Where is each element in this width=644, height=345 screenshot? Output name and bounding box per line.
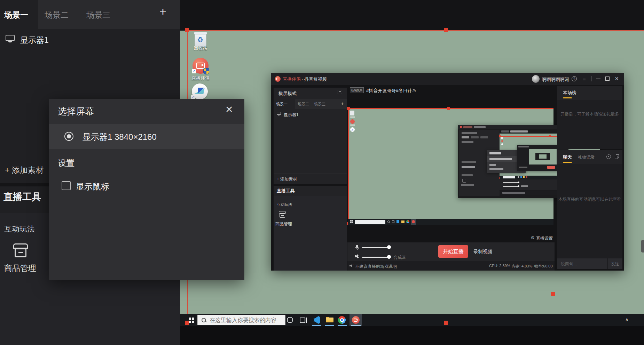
inner-tab-scene1-label: 场景一 <box>276 102 288 107</box>
add-scene-icon[interactable]: + <box>159 5 166 18</box>
preview-mini-icon-plane <box>350 127 355 132</box>
chat-tab[interactable]: 聊天 <box>563 154 572 160</box>
mic-icon[interactable] <box>355 245 359 250</box>
radio-selected-icon[interactable] <box>64 132 73 141</box>
dialog-close-icon[interactable]: ✕ <box>225 104 233 115</box>
interactive-item[interactable]: 互动玩法 <box>4 224 35 234</box>
inner-product-mgmt-label[interactable]: 商品管理 <box>275 221 292 227</box>
inner-lower-section: 互动玩法 商品管理 <box>274 196 347 271</box>
inner-chat-panel: 聊天 礼物记录 本场直播的互动消息可以在此查看 说两句... 发送 <box>557 150 622 269</box>
vscode-taskbar-icon[interactable] <box>313 316 321 324</box>
screen-bottom-strip <box>180 326 644 345</box>
inner-panel-divider <box>274 174 347 174</box>
start-live-button[interactable]: 开始直播 <box>438 245 468 258</box>
inner-add-scene-icon[interactable]: + <box>341 101 344 106</box>
game-notice-link[interactable]: 不建议直播的游戏说明 <box>355 264 397 270</box>
tab-scene2[interactable]: 场景二 <box>45 10 69 21</box>
source-monitor-row[interactable]: 显示器1 <box>0 32 180 47</box>
shortcut-arrow-badge: ↗ <box>191 95 195 99</box>
inner-titlebar[interactable]: 直播伴侣 · 抖音短视频 啊啊啊啊啊河 ? ≡ ✕ <box>271 73 624 85</box>
inner-landscape-mode-label: 横屏模式 <box>278 90 297 97</box>
monitor-option-row[interactable]: 显示器1 3840×2160 <box>49 124 244 149</box>
tab-scene3[interactable]: 场景三 <box>86 10 110 21</box>
recycle-bin-icon: ♻ <box>195 33 206 47</box>
close-icon[interactable]: ✕ <box>615 76 619 81</box>
tab-scene1[interactable]: 场景一 <box>0 0 38 29</box>
live-settings-gear-icon[interactable]: ⊙ <box>531 235 534 240</box>
speaker-icon[interactable] <box>355 254 360 258</box>
rank-tab-underline <box>563 97 572 98</box>
desktop-icon-paper-plane[interactable]: ↗ <box>191 83 210 101</box>
preview-capture-border-top <box>348 108 553 109</box>
companion-taskbar-active-bg[interactable] <box>350 314 362 326</box>
chat-send-label: 发送 <box>608 261 622 267</box>
cpu-stat: CPU: 2.39% <box>489 264 510 268</box>
companion-taskbar-icon <box>352 316 360 324</box>
live-settings-label[interactable]: 直播设置 <box>536 235 553 241</box>
mem-stat: 内存: 4.83% <box>512 264 532 269</box>
menu-icon[interactable]: ≡ <box>583 76 586 82</box>
inner-layout-save-icon[interactable] <box>338 90 342 94</box>
capture-handle-right[interactable] <box>551 292 555 296</box>
inner-source-monitor-row[interactable]: 显示器1 <box>274 111 347 118</box>
mic-volume-slider[interactable] <box>362 247 391 248</box>
inner-tab-scene2[interactable]: 场景二 <box>298 102 309 107</box>
desktop-icon-recycle-label[interactable]: 回收站 <box>191 45 210 51</box>
explorer-taskbar-icon[interactable] <box>325 316 334 323</box>
chrome-taskbar-icon[interactable] <box>338 316 346 324</box>
screenshot-root: ♻ 回收站 ↗ 直播伴侣 ↗ <box>0 0 644 345</box>
desktop-icon-companion[interactable]: ↗ <box>191 58 210 75</box>
inner-live-category-badge[interactable]: 吃喝玩乐 <box>350 87 364 93</box>
edit-title-icon[interactable]: ✎ <box>413 88 416 93</box>
popout-icon[interactable] <box>615 154 619 159</box>
search-icon <box>201 318 207 323</box>
mic-volume-knob[interactable] <box>387 245 391 249</box>
inner-interactive-item[interactable]: 互动玩法 <box>277 202 292 207</box>
capture-handle-top-left[interactable] <box>185 28 189 32</box>
tray-chevron-icon[interactable]: ∧ <box>625 317 629 322</box>
shop-icon[interactable] <box>13 243 29 259</box>
source-monitor-label: 显示器1 <box>20 35 49 46</box>
show-cursor-label: 显示鼠标 <box>76 181 109 192</box>
capture-handle-bottom-left[interactable] <box>185 321 189 325</box>
inner-live-title[interactable]: #抖音开发哥哥#冬日计... <box>366 88 416 94</box>
taskbar-search-input[interactable] <box>209 316 283 324</box>
dialog-settings-label: 设置 <box>58 158 74 169</box>
capture-handle-bottom-center[interactable] <box>444 321 448 325</box>
gift-record-tab[interactable]: 礼物记录 <box>578 154 595 160</box>
show-cursor-row[interactable]: 显示鼠标 <box>49 178 244 195</box>
desktop-icon-companion-label[interactable]: 直播伴侣 <box>191 75 210 81</box>
task-view-icon[interactable] <box>300 317 307 323</box>
inner-tab-scene3[interactable]: 场景三 <box>314 102 325 107</box>
inner-username[interactable]: 啊啊啊啊啊河 <box>542 77 569 83</box>
checkbox-unchecked-icon[interactable] <box>62 181 71 190</box>
scene-tabstrip: 场景一 场景二 场景三 + <box>0 0 180 29</box>
maximize-icon[interactable] <box>605 77 610 81</box>
taskbar: ∧ <box>180 314 644 326</box>
help-icon[interactable]: ? <box>572 76 577 81</box>
product-mgmt-label[interactable]: 商品管理 <box>4 263 36 274</box>
inner-add-material-item[interactable]: + 添加素材 <box>277 176 297 182</box>
chat-send-button[interactable]: 发送 <box>608 258 622 269</box>
cortana-icon[interactable] <box>287 317 293 323</box>
mixer-volume-slider[interactable] <box>362 257 391 258</box>
inner-app-logo-icon <box>275 76 281 82</box>
inner-status-bar: : 不建议直播的游戏说明 CPU: 2.39% 内存: 4.83% 帧率:60.… <box>347 261 555 271</box>
inner-source-label: 显示器1 <box>284 112 299 118</box>
mixer-volume-knob[interactable] <box>387 255 391 259</box>
monitor-icon <box>277 112 281 116</box>
inner-tab-scene1[interactable]: 场景一 <box>274 99 295 109</box>
record-video-button[interactable]: 录制视频 <box>473 249 492 255</box>
minimize-icon[interactable] <box>596 79 600 79</box>
chat-filter-icon[interactable] <box>606 154 611 159</box>
chat-empty-text: 本场直播的互动消息可以在此查看 <box>557 196 622 202</box>
capture-handle-top-center[interactable] <box>444 28 448 32</box>
taskbar-search-box[interactable] <box>197 315 285 325</box>
add-material-item[interactable]: + 添加素材 <box>5 165 44 176</box>
chat-input-box[interactable]: 说两句... <box>557 258 607 269</box>
avatar[interactable] <box>532 75 540 83</box>
inner-shop-icon[interactable] <box>278 211 287 219</box>
dialog-title: 选择屏幕 <box>58 105 94 118</box>
shortcut-arrow-badge: ↗ <box>192 69 196 73</box>
rank-tab[interactable]: 本场榜 <box>563 90 576 96</box>
